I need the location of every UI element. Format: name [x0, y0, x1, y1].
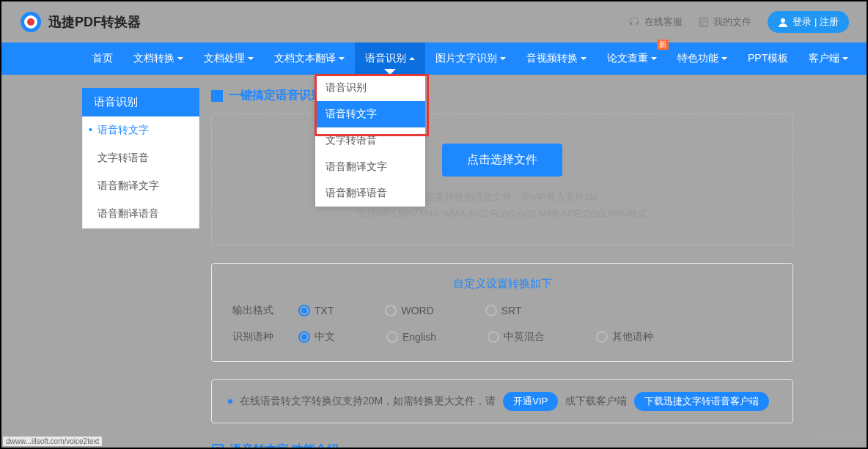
nav-item-6[interactable]: 音视频转换 — [516, 42, 597, 75]
section-title-text: 一键搞定语音识别 — [229, 88, 323, 103]
support-link[interactable]: 在线客服 — [628, 15, 683, 29]
main-nav: 首页文档转换文档处理文档文本翻译语音识别图片文字识别音视频转换论文查重新特色功能… — [1, 42, 867, 75]
caret-icon — [248, 57, 254, 63]
nav-dropdown: 语音识别语音转文字文字转语音语音翻译文字语音翻译语音 — [315, 75, 425, 207]
login-label: 登录 | 注册 — [792, 15, 839, 29]
nav-item-0[interactable]: 首页 — [82, 42, 123, 75]
caret-icon — [409, 54, 415, 60]
logo[interactable]: 迅捷PDF转换器 — [19, 10, 141, 34]
user-icon — [778, 17, 788, 27]
nav-item-4[interactable]: 语音识别 — [355, 42, 425, 75]
radio-icon — [488, 331, 499, 343]
radio-icon — [298, 331, 310, 343]
nav-item-3[interactable]: 文档文本翻译 — [264, 42, 355, 75]
support-label: 在线客服 — [644, 15, 683, 29]
logo-icon — [19, 10, 43, 34]
dropdown-item-4[interactable]: 语音翻译语音 — [315, 180, 425, 207]
doc-icon — [211, 90, 223, 102]
notice-bar: 在线语音转文字转换仅支持20M，如需转换更大文件，请 开通VIP 或下载客户端 … — [211, 379, 793, 423]
sidebar: 语音识别 语音转文字文字转语音语音翻译文字语音翻译语音 — [82, 88, 199, 449]
watermark: ©51CTO博客 — [814, 432, 862, 443]
sidebar-item-1[interactable]: 文字转语音 — [83, 144, 199, 172]
nav-item-5[interactable]: 图片文字识别 — [425, 42, 516, 75]
intro-title: 语音转文字 功能介绍： — [211, 442, 793, 449]
bullet-icon — [228, 399, 232, 404]
nav-item-9[interactable]: PPT模板 — [738, 42, 798, 75]
download-client-button[interactable]: 下载迅捷文字转语音客户端 — [634, 392, 769, 411]
status-bar: dwww...illsoft.com/voice2text — [3, 437, 102, 446]
caret-icon — [177, 57, 183, 63]
dropdown-item-2[interactable]: 文字转语音 — [315, 127, 425, 154]
upload-area[interactable]: 点击选择文件 请上传需要转换的语音文件，非VIP最大支持1M， 支持MP3,MA… — [211, 114, 793, 245]
row-format: 输出格式 TXTWORDSRT — [232, 304, 772, 317]
myfiles-label: 我的文件 — [713, 15, 751, 29]
file-icon — [699, 17, 709, 27]
sidebar-item-0[interactable]: 语音转文字 — [83, 116, 199, 144]
logo-text: 迅捷PDF转换器 — [48, 13, 141, 31]
lang-option-0[interactable]: 中文 — [298, 330, 335, 344]
lang-option-2[interactable]: 中英混合 — [488, 330, 545, 344]
row-lang: 识别语种 中文English中英混合其他语种 — [232, 330, 772, 344]
nav-item-2[interactable]: 文档处理 — [194, 42, 264, 75]
caret-icon — [842, 57, 848, 63]
lang-option-1[interactable]: English — [386, 330, 436, 344]
upload-hint: 请上传需要转换的语音文件，非VIP最大支持1M， 支持MP3,MAV,M4A,W… — [227, 188, 778, 223]
login-button[interactable]: 登录 | 注册 — [768, 11, 849, 33]
radio-icon — [485, 305, 497, 316]
svg-rect-5 — [213, 445, 223, 449]
radio-icon — [596, 331, 608, 343]
main-panel: 一键搞定语音识别 点击选择文件 请上传需要转换的语音文件，非VIP最大支持1M，… — [211, 88, 793, 449]
upload-button[interactable]: 点击选择文件 — [442, 144, 562, 177]
format-option-1[interactable]: WORD — [385, 305, 433, 316]
info-icon — [211, 443, 224, 449]
format-option-2[interactable]: SRT — [485, 305, 522, 316]
nav-item-8[interactable]: 特色功能 — [667, 42, 738, 75]
row-lang-label: 识别语种 — [232, 330, 298, 344]
svg-point-4 — [781, 18, 785, 23]
nav-item-7[interactable]: 论文查重新 — [597, 42, 667, 75]
myfiles-link[interactable]: 我的文件 — [699, 15, 751, 29]
notice-mid: 或下载客户端 — [565, 395, 627, 408]
settings-title: 自定义设置转换如下 — [232, 277, 772, 291]
section-title: 一键搞定语音识别 — [211, 88, 793, 103]
dropdown-item-0[interactable]: 语音识别 — [315, 75, 425, 101]
sidebar-item-2[interactable]: 语音翻译文字 — [83, 172, 199, 200]
lang-option-3[interactable]: 其他语种 — [596, 330, 653, 344]
dropdown-item-3[interactable]: 语音翻译文字 — [315, 154, 425, 180]
caret-icon — [651, 57, 657, 63]
headset-icon — [628, 16, 640, 28]
sidebar-title: 语音识别 — [82, 88, 199, 116]
svg-point-2 — [27, 18, 34, 26]
header: 迅捷PDF转换器 在线客服 我的文件 登录 | 注册 — [1, 1, 867, 42]
notice-pre: 在线语音转文字转换仅支持20M，如需转换更大文件，请 — [240, 395, 496, 408]
sidebar-item-3[interactable]: 语音翻译语音 — [83, 200, 199, 228]
intro-title-text: 语音转文字 功能介绍： — [230, 442, 350, 449]
settings-panel: 自定义设置转换如下 输出格式 TXTWORDSRT 识别语种 中文English… — [211, 263, 793, 362]
nav-item-10[interactable]: 客户端 — [798, 42, 858, 75]
row-format-label: 输出格式 — [232, 304, 298, 317]
vip-button[interactable]: 开通VIP — [503, 392, 558, 411]
caret-icon — [581, 57, 586, 63]
caret-icon — [721, 57, 727, 63]
dropdown-item-1[interactable]: 语音转文字 — [315, 101, 425, 127]
radio-icon — [298, 305, 310, 316]
radio-icon — [385, 305, 397, 316]
caret-icon — [339, 57, 345, 63]
caret-icon — [500, 57, 506, 63]
nav-item-1[interactable]: 文档转换 — [123, 42, 194, 75]
format-option-0[interactable]: TXT — [298, 305, 334, 316]
radio-icon — [386, 331, 398, 343]
